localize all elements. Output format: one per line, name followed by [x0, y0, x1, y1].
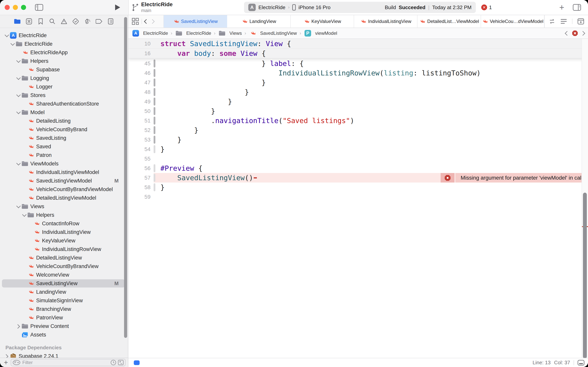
breadcrumb-item-viewmodel[interactable]: PviewModel: [304, 30, 337, 37]
sidebar-item-vehiclecountbybrand[interactable]: VehicleCountByBrand: [0, 125, 128, 134]
code-line-49[interactable]: 49 }: [128, 97, 588, 106]
add-button[interactable]: +: [559, 2, 564, 12]
sidebar-item-logging[interactable]: Logging: [0, 74, 128, 83]
sidebar-item-detailedlisting[interactable]: DetailedListing: [0, 117, 128, 125]
sidebar-item-simulatesigninview[interactable]: SimulateSignInView: [0, 296, 128, 305]
sidebar-item-patronview[interactable]: PatronView: [0, 313, 128, 322]
inline-error-annotation[interactable]: Missing argument for parameter 'viewMode…: [441, 173, 588, 183]
code-line-45[interactable]: 45 } label: {: [128, 59, 588, 68]
disclosure-chevron-icon[interactable]: [15, 205, 21, 208]
line-number[interactable]: 46: [128, 68, 154, 78]
disclosure-chevron-icon[interactable]: [15, 162, 21, 165]
scheme-title-area[interactable]: ElectricRide main: [132, 1, 173, 13]
tab-detailedlist-viewmodel[interactable]: DetailedList…ViewModel: [418, 15, 481, 28]
code-line-59[interactable]: 59: [128, 192, 588, 201]
go-back-icon[interactable]: [144, 19, 149, 24]
line-content[interactable]: }: [154, 144, 588, 154]
sidebar-item-viewmodels[interactable]: ViewModels: [0, 159, 128, 168]
reports-icon[interactable]: [107, 18, 114, 25]
source-control-icon[interactable]: [26, 18, 32, 25]
sidebar-item-landingview[interactable]: LandingView: [0, 288, 128, 296]
tab-vehiclecou-dviewmodel[interactable]: VehicleCou…dViewModel: [481, 15, 545, 28]
line-content[interactable]: SavedListingView()Missing argument for p…: [154, 173, 588, 183]
code-line-55[interactable]: 55: [128, 154, 588, 164]
line-content[interactable]: }: [154, 135, 588, 144]
sidebar-item-vehiclecountbybrandviewmodel[interactable]: VehicleCountByBrandViewModel: [0, 185, 128, 194]
source-control-filter-icon[interactable]: [118, 360, 124, 365]
sidebar-item-model[interactable]: Model: [0, 108, 128, 117]
line-number[interactable]: 48: [128, 87, 154, 97]
line-content[interactable]: }: [154, 87, 588, 97]
code-line-53[interactable]: 53 }: [128, 135, 588, 144]
zoom-button[interactable]: [21, 5, 26, 10]
code-line-58[interactable]: 58}: [128, 183, 588, 192]
sidebar-item-individuallistingviewmodel[interactable]: IndividualListingViewModel: [0, 168, 128, 176]
sidebar-item-electricride[interactable]: ElectricRide: [0, 40, 128, 48]
line-number[interactable]: 58: [128, 183, 154, 192]
disclosure-chevron-icon[interactable]: [3, 34, 9, 37]
sidebar-item-assets[interactable]: Assets: [0, 330, 128, 339]
breadcrumb-item-savedlistingview[interactable]: SavedListingView: [249, 30, 297, 37]
sidebar-item-detailedlistingview[interactable]: DetailedListingView: [0, 253, 128, 262]
sidebar-item-individuallistingview[interactable]: IndividualListingView: [0, 228, 128, 236]
add-file-button[interactable]: +: [4, 359, 8, 366]
sidebar-item-savedlistingviewmodel[interactable]: SavedListingViewModelM: [0, 176, 128, 185]
breadcrumb-item-views[interactable]: Views: [218, 30, 242, 37]
line-content[interactable]: }: [154, 125, 588, 135]
sidebar-item-preview-content[interactable]: Preview Content: [0, 322, 128, 330]
sidebar-item-patron[interactable]: Patron: [0, 151, 128, 159]
sidebar-item-vehiclecountbybrandview[interactable]: VehicleCountByBrandView: [0, 262, 128, 271]
sidebar-item-stores[interactable]: Stores: [0, 91, 128, 100]
line-content[interactable]: }: [154, 78, 588, 87]
run-button[interactable]: [115, 4, 121, 11]
code-line-56[interactable]: 56#Preview {: [128, 164, 588, 173]
blue-status-pill-icon[interactable]: [134, 360, 140, 365]
sidebar-item-contactinforow[interactable]: ContactInfoRow: [0, 219, 128, 228]
sidebar-item-individuallistingrowview[interactable]: IndividualListingRowView: [0, 245, 128, 253]
disclosure-chevron-icon[interactable]: [9, 42, 15, 45]
line-number[interactable]: 56: [128, 164, 154, 173]
code-line-52[interactable]: 52 }: [128, 125, 588, 135]
disclosure-chevron-icon[interactable]: [15, 325, 21, 328]
line-number[interactable]: 53: [128, 135, 154, 144]
navigator-toggle-icon[interactable]: [35, 4, 43, 11]
code-line-50[interactable]: 50 }: [128, 106, 588, 116]
tab-landingview[interactable]: LandingView: [227, 15, 291, 28]
disclosure-chevron-icon[interactable]: [21, 213, 27, 217]
line-content[interactable]: }: [154, 183, 588, 192]
line-number[interactable]: 51: [128, 116, 154, 125]
sidebar-item-logger[interactable]: Logger: [0, 83, 128, 91]
code-line-10[interactable]: 10struct SavedListingView: View {: [128, 39, 588, 49]
tests-icon[interactable]: [72, 18, 79, 25]
bookmarks-icon[interactable]: [37, 18, 44, 25]
code-lines[interactable]: 45 } label: {46 IndividualListingRowView…: [128, 59, 588, 201]
disclosure-chevron-icon[interactable]: [15, 59, 21, 63]
code-editor[interactable]: 10struct SavedListingView: View {16 var …: [128, 39, 588, 358]
minimize-button[interactable]: [13, 5, 18, 10]
tab-keyvalueview[interactable]: KeyValueView: [291, 15, 354, 28]
disclosure-chevron-icon[interactable]: [3, 355, 9, 358]
sidebar-item-savedlistingview[interactable]: SavedListingViewM: [0, 279, 128, 288]
recents-filter-icon[interactable]: [110, 360, 116, 366]
sidebar-item-helpers[interactable]: Helpers: [0, 211, 128, 219]
project-navigator-icon[interactable]: [14, 18, 21, 25]
breadcrumb-item-electricride[interactable]: AElectricRide: [132, 30, 168, 37]
editor-scrollbar-thumb[interactable]: [583, 193, 587, 358]
line-number[interactable]: 45: [128, 59, 154, 68]
disclosure-chevron-icon[interactable]: [15, 77, 21, 80]
line-content[interactable]: [154, 154, 588, 164]
sidebar-item-electricride[interactable]: AElectricRide: [0, 31, 128, 40]
code-line-16[interactable]: 16 var body: some View {: [128, 49, 588, 58]
line-number[interactable]: 47: [128, 78, 154, 87]
sidebar-item-keyvalueview[interactable]: KeyValueView: [0, 236, 128, 245]
line-content[interactable]: }: [154, 97, 588, 106]
sidebar-item-sharedauthenticationstore[interactable]: SharedAuthenticationStore: [0, 100, 128, 108]
sidebar-item-welcomeview[interactable]: WelcomeView: [0, 271, 128, 279]
inspector-toggle-icon[interactable]: [573, 4, 581, 11]
disclosure-chevron-icon[interactable]: [15, 94, 21, 97]
breadcrumb-item-electricride[interactable]: ElectricRide: [175, 30, 211, 37]
line-content[interactable]: IndividualListingRowView(listing: listin…: [154, 68, 588, 78]
sidebar-item-detailedlistingviewmodel[interactable]: DetailedListingViewModel: [0, 194, 128, 202]
line-number[interactable]: 57: [128, 173, 154, 183]
sidebar-item-saved[interactable]: Saved: [0, 142, 128, 151]
